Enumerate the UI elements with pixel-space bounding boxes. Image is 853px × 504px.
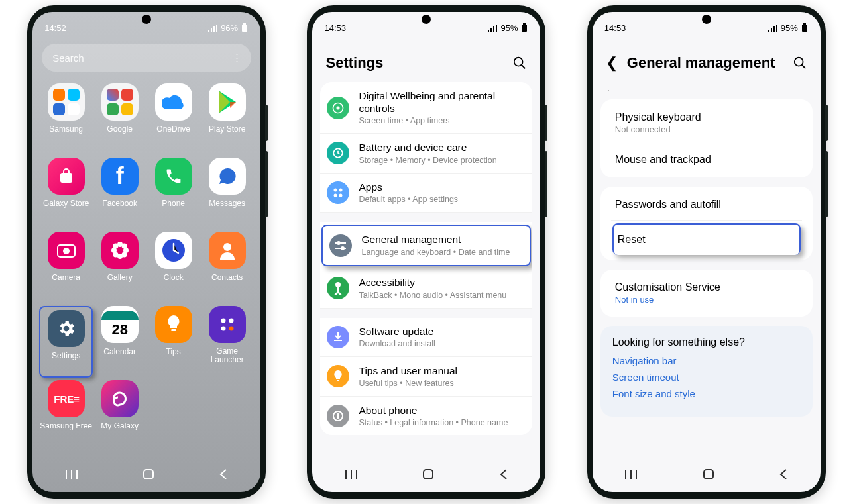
settings-item-battery-and-device-care[interactable]: Battery and device careStorage • Memory … <box>320 134 532 174</box>
app-camera[interactable]: Camera <box>39 232 93 303</box>
item-title: Customisation Service <box>615 281 798 293</box>
search-icon[interactable] <box>512 56 527 70</box>
app-messages[interactable]: Messages <box>200 158 254 229</box>
looking-heading: Looking for something else? <box>612 336 801 348</box>
nav-back-icon[interactable] <box>498 468 509 483</box>
svg-point-10 <box>113 244 118 249</box>
item-subtitle: Default apps • App settings <box>359 195 458 204</box>
app-samsung-free[interactable]: FRE≡ Samsung Free <box>39 380 93 452</box>
svg-point-19 <box>229 319 233 323</box>
item-title: Passwords and autofill <box>615 199 798 211</box>
item-title: Battery and device care <box>359 142 496 154</box>
nav-back-icon[interactable] <box>778 468 789 483</box>
gm-item-customisation-service[interactable]: Customisation ServiceNot in use <box>611 272 802 314</box>
phone-icon <box>155 158 192 195</box>
nav-home-icon[interactable] <box>702 468 715 483</box>
app-play-store[interactable]: Play Store <box>200 83 254 155</box>
svg-rect-42 <box>803 23 806 25</box>
svg-rect-44 <box>704 470 713 479</box>
app-game-launcher[interactable]: Game Launcher <box>200 306 254 378</box>
more-icon[interactable]: ⋮ <box>232 52 241 64</box>
battery-icon <box>520 23 528 32</box>
search-icon[interactable] <box>793 56 807 70</box>
app-tips[interactable]: Tips <box>146 306 200 378</box>
power-button[interactable] <box>265 151 268 217</box>
svg-point-20 <box>221 327 225 331</box>
dots-icon <box>209 306 246 343</box>
svg-point-43 <box>795 58 803 66</box>
settings-item-general-management[interactable]: General managementLanguage and keyboard … <box>321 225 531 266</box>
settings-list: Digital Wellbeing and parental controlsS… <box>312 82 540 459</box>
svg-point-32 <box>339 194 343 197</box>
nav-home-icon[interactable] <box>422 468 435 483</box>
camera-icon <box>48 232 85 269</box>
battery-icon <box>801 23 809 32</box>
app-settings[interactable]: Settings <box>39 306 93 378</box>
back-icon[interactable]: ❮ <box>606 54 618 72</box>
app-contacts[interactable]: Contacts <box>200 232 254 303</box>
person-icon <box>209 232 246 269</box>
category-icon <box>327 326 349 348</box>
item-title: General management <box>361 234 510 246</box>
svg-point-11 <box>121 244 127 249</box>
item-title: Physical keyboard <box>615 111 798 123</box>
settings-item-accessibility[interactable]: AccessibilityTalkBack • Mono audio • Ass… <box>320 269 532 309</box>
nav-bar <box>593 459 821 492</box>
app-facebook[interactable]: f Facebook <box>93 158 146 229</box>
svg-rect-39 <box>337 415 339 419</box>
item-subtitle: Status • Legal information • Phone name <box>359 418 508 427</box>
volume-button[interactable] <box>825 105 828 141</box>
svg-rect-2 <box>60 173 72 183</box>
flower-icon <box>101 232 139 269</box>
nav-recents-icon[interactable] <box>64 468 79 483</box>
item-subtitle: Screen time • App timers <box>359 116 526 125</box>
settings-item-apps[interactable]: AppsDefault apps • App settings <box>320 174 532 213</box>
app-samsung-folder[interactable]: Samsung <box>39 83 93 155</box>
search-bar[interactable]: Search ⋮ <box>42 44 251 72</box>
power-button[interactable] <box>825 151 828 217</box>
app-google-folder[interactable]: Google <box>93 83 146 155</box>
nav-recents-icon[interactable] <box>624 468 638 483</box>
svg-point-21 <box>229 327 233 331</box>
nav-recents-icon[interactable] <box>344 468 359 483</box>
gm-item-reset[interactable]: Reset <box>612 223 801 255</box>
nav-back-icon[interactable] <box>218 468 229 483</box>
front-camera <box>142 15 151 24</box>
app-calendar[interactable]: 28 Calendar <box>93 306 146 378</box>
looking-for-box: Looking for something else? Navigation b… <box>600 326 813 417</box>
gm-item-passwords-and-autofill[interactable]: Passwords and autofill <box>611 189 802 221</box>
app-gallery[interactable]: Gallery <box>93 232 146 303</box>
status-battery: 96% <box>221 23 238 33</box>
gm-item-mouse-and-trackpad[interactable]: Mouse and trackpad <box>611 144 802 175</box>
status-time: 14:53 <box>324 23 346 33</box>
svg-point-33 <box>337 242 340 244</box>
item-subtitle: Not connected <box>615 125 798 134</box>
settings-item-software-update[interactable]: Software updateDownload and install <box>320 318 532 358</box>
item-title: About phone <box>359 405 508 417</box>
item-subtitle: Useful tips • New features <box>359 379 457 388</box>
settings-item-digital-wellbeing-and-parental-controls[interactable]: Digital Wellbeing and parental controlsS… <box>320 82 532 134</box>
link-navigation-bar[interactable]: Navigation bar <box>612 355 801 366</box>
app-galaxy-store[interactable]: Galaxy Store <box>39 158 93 229</box>
app-my-galaxy[interactable]: My Galaxy <box>93 380 146 452</box>
power-button[interactable] <box>545 151 547 217</box>
svg-point-38 <box>337 413 339 415</box>
status-battery: 95% <box>500 23 518 33</box>
swirl-icon <box>101 380 139 417</box>
link-screen-timeout[interactable]: Screen timeout <box>612 372 801 383</box>
nav-home-icon[interactable] <box>142 468 155 483</box>
link-font-size[interactable]: Font size and style <box>612 388 801 399</box>
gm-header: ❮ General management <box>593 38 821 82</box>
app-clock[interactable]: Clock <box>146 232 200 303</box>
app-phone[interactable]: Phone <box>146 158 200 229</box>
front-camera <box>422 15 431 24</box>
settings-item-tips-and-user-manual[interactable]: Tips and user manualUseful tips • New fe… <box>320 357 532 397</box>
app-onedrive[interactable]: OneDrive <box>146 83 200 155</box>
category-icon <box>327 405 349 427</box>
gm-item-physical-keyboard[interactable]: Physical keyboardNot connected <box>611 102 802 144</box>
volume-button[interactable] <box>545 105 547 141</box>
volume-button[interactable] <box>265 105 268 141</box>
status-battery: 95% <box>781 23 798 33</box>
settings-item-about-phone[interactable]: About phoneStatus • Legal information • … <box>320 397 532 436</box>
item-title: Mouse and trackpad <box>615 154 798 166</box>
